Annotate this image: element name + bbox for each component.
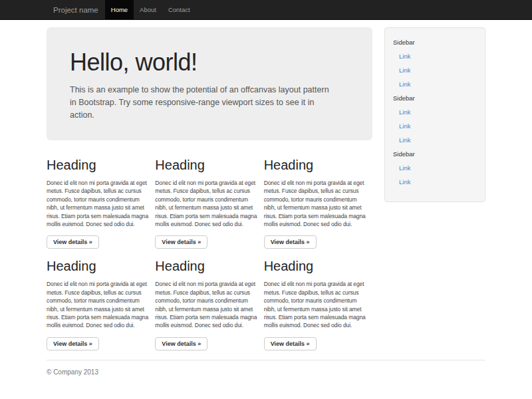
view-details-button[interactable]: View details »: [264, 235, 317, 249]
card-heading: Heading: [47, 158, 150, 173]
feature-card-5: Heading Donec id elit non mi porta gravi…: [155, 259, 258, 350]
navbar: Project name Home About Contact: [0, 0, 532, 20]
nav-item-about[interactable]: About: [134, 0, 162, 20]
card-heading: Heading: [264, 259, 367, 274]
view-details-button[interactable]: View details »: [47, 337, 99, 350]
copyright-text: © Company 2013: [47, 368, 485, 376]
sidebar-link[interactable]: Link: [399, 66, 477, 74]
sidebar-group-title: Sidebar: [393, 39, 477, 47]
jumbotron-description: This is an example to show the potential…: [70, 84, 334, 122]
cards-row-1: Heading Donec id elit non mi porta gravi…: [47, 158, 372, 249]
sidebar-group-1: Sidebar Link Link Link: [393, 39, 477, 88]
card-heading: Heading: [155, 259, 258, 274]
feature-card-1: Heading Donec id elit non mi porta gravi…: [47, 158, 150, 249]
nav-item-contact[interactable]: Contact: [162, 0, 196, 20]
view-details-button[interactable]: View details »: [264, 337, 317, 350]
card-body: Donec id elit non mi porta gravida at eg…: [47, 280, 150, 329]
navbar-inner: Project name Home About Contact: [47, 0, 485, 20]
feature-card-4: Heading Donec id elit non mi porta gravi…: [47, 259, 150, 350]
footer-divider: [47, 360, 485, 360]
feature-card-6: Heading Donec id elit non mi porta gravi…: [264, 259, 367, 350]
view-details-button[interactable]: View details »: [47, 235, 99, 249]
main-content: Hello, world! This is an example to show…: [47, 20, 372, 350]
feature-card-2: Heading Donec id elit non mi porta gravi…: [155, 158, 258, 249]
jumbotron: Hello, world! This is an example to show…: [47, 27, 372, 140]
card-body: Donec id elit non mi porta gravida at eg…: [264, 280, 367, 329]
sidebar-group-3: Sidebar Link Link: [393, 150, 477, 186]
sidebar-link[interactable]: Link: [399, 53, 477, 61]
sidebar-link[interactable]: Link: [399, 122, 477, 130]
sidebar-group-title: Sidebar: [393, 94, 477, 102]
sidebar-link[interactable]: Link: [399, 80, 477, 88]
sidebar: Sidebar Link Link Link Sidebar Link Link…: [384, 27, 485, 202]
card-body: Donec id elit non mi porta gravida at eg…: [47, 179, 150, 228]
sidebar-link[interactable]: Link: [399, 178, 477, 186]
card-body: Donec id elit non mi porta gravida at eg…: [155, 179, 258, 228]
card-heading: Heading: [155, 158, 258, 173]
nav-menu: Home About Contact: [105, 0, 196, 20]
sidebar-link[interactable]: Link: [399, 108, 477, 116]
brand-link[interactable]: Project name: [47, 0, 105, 20]
sidebar-link[interactable]: Link: [399, 136, 477, 144]
cards-row-2: Heading Donec id elit non mi porta gravi…: [47, 259, 372, 350]
main-row: Hello, world! This is an example to show…: [47, 20, 485, 350]
card-heading: Heading: [47, 259, 150, 274]
sidebar-column: Sidebar Link Link Link Sidebar Link Link…: [384, 20, 485, 202]
sidebar-group-2: Sidebar Link Link Link: [393, 94, 477, 144]
card-body: Donec id elit non mi porta gravida at eg…: [155, 280, 258, 329]
view-details-button[interactable]: View details »: [155, 235, 207, 249]
sidebar-group-title: Sidebar: [393, 150, 477, 158]
page-container: Hello, world! This is an example to show…: [47, 20, 485, 376]
view-details-button[interactable]: View details »: [155, 337, 207, 350]
card-heading: Heading: [264, 158, 367, 173]
feature-card-3: Heading Donec id elit non mi porta gravi…: [264, 158, 367, 249]
footer: © Company 2013: [47, 360, 485, 376]
sidebar-link[interactable]: Link: [399, 164, 477, 172]
nav-item-home[interactable]: Home: [105, 0, 134, 20]
page-title: Hello, world!: [70, 49, 352, 76]
card-body: Donec id elit non mi porta gravida at eg…: [264, 179, 367, 228]
